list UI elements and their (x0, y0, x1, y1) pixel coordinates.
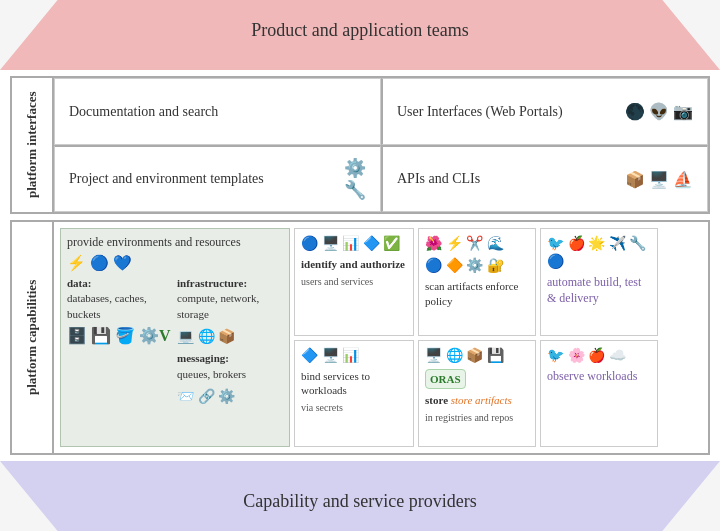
user-interfaces-icons: 🌑 👽 📷 (625, 102, 693, 121)
platform-interfaces-grid: Documentation and search User Interfaces… (52, 78, 708, 212)
bind-icons: 🔷 🖥️ 📊 (301, 347, 407, 365)
project-template-icons: ⚙️🔧 (344, 157, 366, 201)
main-area: platform interfaces Documentation and se… (0, 70, 720, 461)
automate-cell: 🐦 🍎 🌟 ✈️ 🔧 🔵 automate build, test & deli… (540, 228, 658, 336)
automate-title: automate build, test & delivery (547, 275, 651, 306)
messaging-section: messaging: queues, brokers (177, 351, 283, 382)
data-icons: 🗄️ 💾 🪣 ⚙️ V (67, 326, 173, 345)
automate-icons: 🐦 🍎 🌟 ✈️ 🔧 🔵 (547, 235, 651, 271)
bottom-banner: Capability and service providers (0, 461, 720, 531)
bind-cell: 🔷 🖥️ 📊 bind services to workloads via se… (294, 340, 414, 448)
observe-cell: 🐦 🌸 🍎 ☁️ observe workloads (540, 340, 658, 448)
platform-interfaces-section: platform interfaces Documentation and se… (10, 76, 710, 214)
project-templates-text: Project and environment templates (69, 171, 264, 187)
provide-environments-box: provide environments and resources ⚡ 🔵 💙… (60, 228, 290, 447)
infra-section: infrastructure: compute, network, storag… (177, 276, 283, 322)
provide-env-title: provide environments and resources (67, 235, 283, 250)
oras-badge-container: ORAS (425, 369, 529, 389)
top-banner: Product and application teams (0, 0, 720, 70)
top-banner-label: Product and application teams (251, 20, 468, 41)
store-title: store store artifacts (425, 393, 529, 407)
messaging-icons: 📨 🔗 ⚙️ (177, 388, 283, 405)
data-column: data: databases, caches, buckets 🗄️ 💾 🪣 … (67, 276, 173, 440)
scan-cell: 🌺 ⚡ ✂️ 🌊 🔵 🔶 ⚙️ 🔐 scan artifacts enforce… (418, 228, 536, 336)
observe-title: observe workloads (547, 369, 651, 385)
scan-column: 🌺 ⚡ ✂️ 🌊 🔵 🔶 ⚙️ 🔐 scan artifacts enforce… (418, 228, 536, 447)
identify-subtitle: users and services (301, 275, 407, 288)
platform-capabilities-label: platform capabilities (12, 222, 52, 453)
user-interfaces-cell: User Interfaces (Web Portals) 🌑 👽 📷 (381, 78, 708, 145)
apis-clis-cell: APIs and CLIs 📦 🖥️ ⛵ (381, 145, 708, 212)
oras-badge: ORAS (425, 369, 466, 389)
store-cell: 🖥️ 🌐 📦 💾 ORAS store store artifacts in r… (418, 340, 536, 448)
user-interfaces-text: User Interfaces (Web Portals) (397, 104, 563, 120)
infra-icons: 💻 🌐 📦 (177, 328, 283, 345)
platform-capabilities-section: platform capabilities provide environmen… (10, 220, 710, 455)
infra-messaging-column: infrastructure: compute, network, storag… (177, 276, 283, 440)
doc-search-cell: Documentation and search (54, 78, 381, 145)
store-subtitle: in registries and repos (425, 411, 529, 424)
scan-title: scan artifacts enforce policy (425, 279, 529, 308)
capabilities-content: provide environments and resources ⚡ 🔵 💙… (52, 222, 708, 453)
identify-title: identify and authorize (301, 257, 407, 271)
project-templates-cell: Project and environment templates ⚙️🔧 (54, 145, 381, 212)
doc-search-text: Documentation and search (69, 104, 218, 120)
identify-cell: 🔵 🖥️ 📊 🔷 ✅ identify and authorize users … (294, 228, 414, 336)
identify-icons: 🔵 🖥️ 📊 🔷 ✅ (301, 235, 407, 253)
observe-icons: 🐦 🌸 🍎 ☁️ (547, 347, 651, 365)
store-icons: 🖥️ 🌐 📦 💾 (425, 347, 529, 365)
scan-icons: 🌺 ⚡ ✂️ 🌊 (425, 235, 529, 253)
env-icons: ⚡ 🔵 💙 (67, 254, 283, 272)
cap-bottom-grid: data: databases, caches, buckets 🗄️ 💾 🪣 … (67, 276, 283, 440)
mid-column: 🔵 🖥️ 📊 🔷 ✅ identify and authorize users … (294, 228, 414, 447)
data-section: data: databases, caches, buckets (67, 276, 173, 322)
bottom-banner-label: Capability and service providers (243, 491, 476, 512)
platform-interfaces-label: platform interfaces (12, 78, 52, 212)
apis-clis-icons: 📦 🖥️ ⛵ (625, 170, 693, 189)
scan-icons-2: 🔵 🔶 ⚙️ 🔐 (425, 257, 529, 275)
bind-title: bind services to workloads (301, 369, 407, 398)
apis-clis-text: APIs and CLIs (397, 171, 480, 187)
bind-subtitle: via secrets (301, 401, 407, 414)
far-right-column: 🐦 🍎 🌟 ✈️ 🔧 🔵 automate build, test & deli… (540, 228, 658, 447)
